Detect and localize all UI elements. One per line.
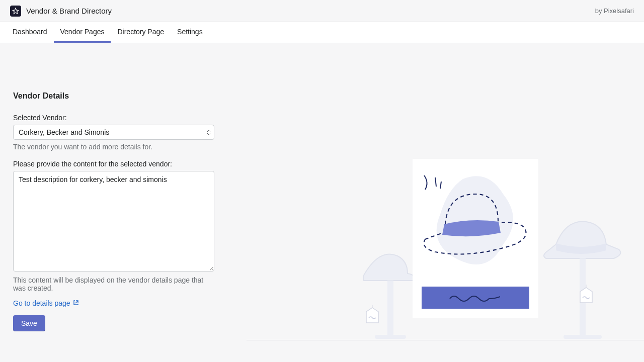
svg-marker-0 xyxy=(13,8,19,14)
tab-directory-page[interactable]: Directory Page xyxy=(111,22,171,43)
vendor-select-value: Corkery, Becker and Simonis xyxy=(19,128,109,136)
content-textarea-label: Please provide the content for the selec… xyxy=(13,160,216,168)
vendor-select[interactable]: Corkery, Becker and Simonis xyxy=(13,125,214,140)
go-to-details-link[interactable]: Go to details page xyxy=(13,299,79,307)
illustration-price-tag-icon xyxy=(365,305,380,324)
details-link-row: Go to details page xyxy=(13,299,216,307)
svg-rect-1 xyxy=(387,281,393,335)
illustration-area xyxy=(216,43,644,331)
illustration xyxy=(216,109,644,340)
save-button-label: Save xyxy=(21,319,37,327)
top-tab-nav: Dashboard Vendor Pages Directory Page Se… xyxy=(0,22,644,43)
main-content: Vendor Details Selected Vendor: Corkery,… xyxy=(0,43,644,331)
tab-label: Dashboard xyxy=(13,28,47,36)
illustration-dashed-hat-icon xyxy=(415,171,531,272)
app-title: Vendor & Brand Directory xyxy=(26,7,112,15)
section-title: Vendor Details xyxy=(13,92,216,101)
illustration-card-footer xyxy=(422,287,529,309)
tab-vendor-pages[interactable]: Vendor Pages xyxy=(54,22,111,43)
svg-rect-4 xyxy=(564,335,602,339)
vendor-select-help: The vendor you want to add more details … xyxy=(13,143,216,151)
app-header-left: Vendor & Brand Directory xyxy=(10,6,112,17)
tab-label: Settings xyxy=(177,28,203,36)
vendor-select-wrap: Corkery, Becker and Simonis xyxy=(13,125,216,140)
content-textarea[interactable] xyxy=(13,171,214,272)
illustration-right-hat-icon xyxy=(538,214,629,340)
app-header: Vendor & Brand Directory by Pixelsafari xyxy=(0,0,644,22)
tab-settings[interactable]: Settings xyxy=(171,22,209,43)
save-button[interactable]: Save xyxy=(13,315,45,331)
app-logo-icon xyxy=(10,6,21,17)
illustration-price-tag-icon xyxy=(579,285,594,304)
app-byline: by Pixelsafari xyxy=(595,7,634,15)
details-link-text: Go to details page xyxy=(13,299,70,307)
illustration-card xyxy=(413,159,538,318)
external-link-icon xyxy=(73,299,79,307)
svg-rect-2 xyxy=(375,335,406,339)
illustration-ground-line xyxy=(247,340,644,340)
tab-label: Vendor Pages xyxy=(60,28,105,36)
tab-dashboard[interactable]: Dashboard xyxy=(6,22,54,43)
illustration-left-hat-icon xyxy=(360,238,420,340)
vendor-select-label: Selected Vendor: xyxy=(13,114,216,122)
tab-label: Directory Page xyxy=(117,28,164,36)
vendor-form: Vendor Details Selected Vendor: Corkery,… xyxy=(0,43,216,331)
content-textarea-help: This content will be displayed on the ve… xyxy=(13,276,216,292)
